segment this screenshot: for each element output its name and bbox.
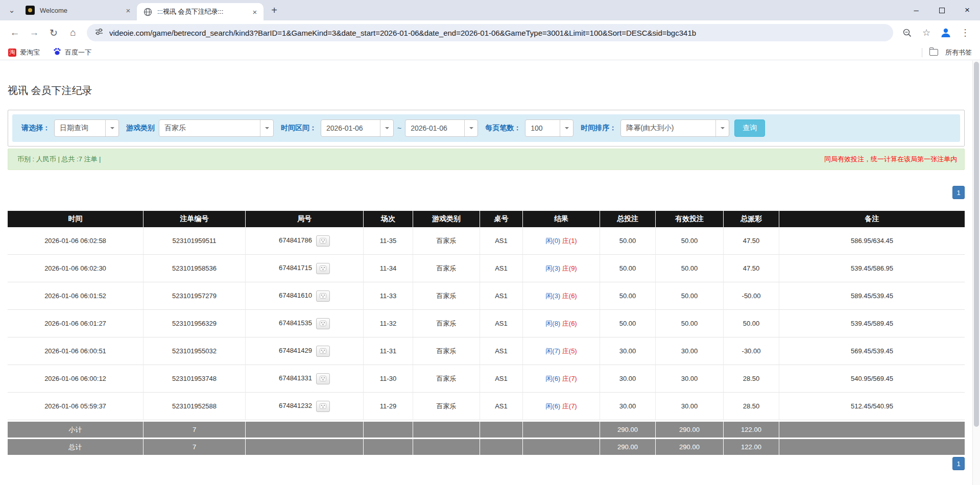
cell-result: 闲(8) 庄(6) — [522, 310, 600, 337]
sort-value: 降幂(由大到小) — [621, 124, 715, 133]
page-scrollbar[interactable] — [972, 61, 980, 485]
chevron-down-icon — [260, 120, 273, 136]
table-row: 2026-01-06 06:02:30523101958536674841715… — [8, 255, 965, 282]
chevron-down-icon — [380, 120, 393, 136]
cell-remark: 539.45/586.95 — [779, 255, 965, 282]
cell-total-bet[interactable]: 50.00 — [600, 227, 655, 255]
site-settings-icon[interactable] — [95, 28, 103, 38]
total-payout: 122.00 — [723, 438, 779, 455]
cell-total-bet[interactable]: 30.00 — [600, 365, 655, 393]
date-end-select[interactable]: 2026-01-06 — [405, 119, 478, 137]
round-detail-icon[interactable] — [316, 290, 330, 302]
cell-session: 11-31 — [363, 337, 413, 365]
url-text[interactable]: videoie.com/game/betrecord_search/kind3?… — [109, 29, 696, 37]
round-number: 674841331 — [279, 374, 312, 382]
close-icon[interactable]: × — [124, 6, 133, 15]
tab-search-icon[interactable]: ⌄ — [4, 3, 19, 18]
header-cell: 时间 — [8, 211, 143, 227]
new-tab-button[interactable]: + — [267, 3, 282, 18]
result-player: 闲(3) — [545, 264, 560, 272]
cell-payout: 47.50 — [723, 227, 779, 255]
pagination-bottom: 1 — [8, 457, 965, 470]
cell-table-no: AS1 — [480, 393, 522, 420]
zoom-icon[interactable] — [897, 23, 917, 42]
folder-icon — [929, 49, 938, 56]
per-page-select[interactable]: 100 — [525, 119, 573, 137]
round-number: 674841715 — [279, 264, 312, 272]
round-detail-icon[interactable] — [316, 346, 330, 357]
round-detail-icon[interactable] — [316, 373, 330, 384]
scrollbar-thumb[interactable] — [974, 62, 979, 427]
close-window-button[interactable]: × — [954, 0, 980, 20]
cell-total-bet[interactable]: 30.00 — [600, 337, 655, 365]
tab-welcome[interactable]: Welcome × — [19, 0, 137, 20]
date-start-select[interactable]: 2026-01-06 — [321, 119, 394, 137]
page-1-button[interactable]: 1 — [952, 186, 965, 199]
query-type-label: 请选择： — [21, 124, 50, 133]
cell-session: 11-33 — [363, 282, 413, 310]
back-button[interactable]: ← — [5, 23, 25, 42]
cell-bet-id: 523101956329 — [143, 310, 245, 337]
all-bookmarks-button[interactable]: 所有书签 — [929, 48, 972, 57]
empty-cell — [480, 438, 522, 455]
result-banker: 庄(6) — [562, 320, 577, 327]
round-detail-icon[interactable] — [316, 235, 330, 247]
sort-select[interactable]: 降幂(由大到小) — [620, 119, 729, 137]
minimize-button[interactable]: ─ — [903, 0, 929, 20]
per-page-label: 每页笔数： — [485, 124, 521, 133]
game-kind-select[interactable]: 百家乐 — [159, 119, 274, 137]
round-detail-icon[interactable] — [316, 263, 330, 274]
maximize-button[interactable] — [929, 0, 954, 20]
result-player: 闲(6) — [545, 402, 560, 410]
empty-cell — [522, 438, 600, 455]
cell-total-bet[interactable]: 50.00 — [600, 255, 655, 282]
page-1-button[interactable]: 1 — [952, 457, 965, 470]
empty-cell — [413, 420, 480, 438]
cell-payout: -30.00 — [723, 337, 779, 365]
welcome-favicon — [26, 6, 35, 15]
forward-button[interactable]: → — [25, 23, 44, 42]
empty-cell — [779, 438, 965, 455]
bookmark-baidu[interactable]: 百度一下 — [53, 47, 91, 57]
empty-cell — [245, 438, 363, 455]
currency-summary: 币别 : 人民币 | 总共 :7 注单 | — [17, 155, 101, 164]
cell-result: 闲(6) 庄(7) — [522, 393, 600, 420]
cell-game-kind: 百家乐 — [413, 255, 480, 282]
cell-table-no: AS1 — [480, 310, 522, 337]
menu-dots-icon[interactable]: ⋮ — [955, 23, 975, 42]
tab-betrecord[interactable]: :::视讯 会员下注纪录::: × — [137, 3, 264, 20]
cell-total-bet[interactable]: 50.00 — [600, 282, 655, 310]
reload-button[interactable]: ↻ — [44, 23, 63, 42]
query-type-select[interactable]: 日期查询 — [54, 119, 119, 137]
bookmark-star-icon[interactable]: ☆ — [917, 23, 936, 42]
cell-valid-bet: 50.00 — [655, 255, 723, 282]
search-button[interactable]: 查询 — [734, 119, 765, 137]
bet-table-body: 2026-01-06 06:02:58523101959511674841786… — [8, 227, 965, 420]
cell-game-kind: 百家乐 — [413, 282, 480, 310]
subtotal-valid-bet: 290.00 — [655, 420, 723, 438]
home-button[interactable]: ⌂ — [63, 23, 83, 42]
cell-result: 闲(6) 庄(7) — [522, 365, 600, 393]
cell-total-bet[interactable]: 30.00 — [600, 393, 655, 420]
table-row: 2026-01-06 05:59:37523101952588674841232… — [8, 393, 965, 420]
address-bar[interactable]: videoie.com/game/betrecord_search/kind3?… — [87, 24, 893, 41]
cell-total-bet[interactable]: 50.00 — [600, 310, 655, 337]
maximize-icon — [939, 8, 945, 13]
subtotal-payout: 122.00 — [723, 420, 779, 438]
close-icon[interactable]: × — [250, 7, 259, 16]
empty-cell — [480, 420, 522, 438]
bookmark-taobao[interactable]: 淘 爱淘宝 — [8, 48, 40, 57]
cell-round: 674841232 — [245, 393, 363, 420]
profile-avatar[interactable] — [936, 23, 955, 42]
cell-table-no: AS1 — [480, 227, 522, 255]
cell-time: 2026-01-06 06:01:52 — [8, 282, 143, 310]
round-detail-icon[interactable] — [316, 401, 330, 412]
cell-table-no: AS1 — [480, 365, 522, 393]
date-range-label: 时间区间： — [281, 124, 317, 133]
cell-payout: 47.50 — [723, 255, 779, 282]
round-detail-icon[interactable] — [316, 318, 330, 329]
round-number: 674841786 — [279, 236, 312, 244]
cell-round: 674841331 — [245, 365, 363, 393]
result-banker: 庄(7) — [562, 375, 577, 382]
date-end-value: 2026-01-06 — [405, 124, 464, 132]
